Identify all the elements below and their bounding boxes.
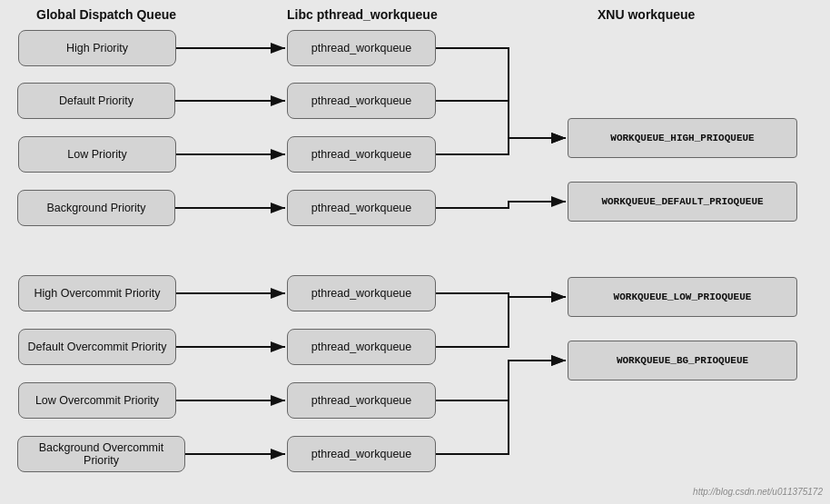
xnu-high: WORKQUEUE_HIGH_PRIOQUEUE (568, 118, 797, 158)
box-default-overcommit: Default Overcommit Priority (18, 329, 176, 365)
pthread-wq-8: pthread_workqueue (287, 436, 436, 472)
box-low-priority: Low Priority (18, 136, 176, 173)
header-col2: Libc pthread_workqueue (287, 7, 438, 22)
box-low-overcommit: Low Overcommit Priority (18, 382, 176, 419)
pthread-wq-3: pthread_workqueue (287, 136, 436, 173)
header-col3: XNU workqueue (598, 7, 695, 22)
xnu-default: WORKQUEUE_DEFAULT_PRIOQUEUE (568, 182, 797, 222)
pthread-wq-6: pthread_workqueue (287, 329, 436, 365)
xnu-low: WORKQUEUE_LOW_PRIOQUEUE (568, 277, 797, 317)
pthread-wq-5: pthread_workqueue (287, 275, 436, 311)
box-default-priority: Default Priority (17, 83, 175, 119)
box-high-overcommit: High Overcommit Priority (18, 275, 176, 311)
pthread-wq-1: pthread_workqueue (287, 30, 436, 66)
xnu-bg: WORKQUEUE_BG_PRIOQUEUE (568, 341, 797, 380)
header-col1: Global Dispatch Queue (36, 7, 176, 22)
arrows-svg (0, 0, 830, 504)
watermark: http://blog.csdn.net/u011375172 (693, 487, 823, 497)
box-background-overcommit: Background Overcommit Priority (17, 436, 185, 472)
box-high-priority: High Priority (18, 30, 176, 66)
diagram-container: Global Dispatch Queue Libc pthread_workq… (0, 0, 830, 504)
pthread-wq-4: pthread_workqueue (287, 190, 436, 226)
pthread-wq-2: pthread_workqueue (287, 83, 436, 119)
box-background-priority: Background Priority (17, 190, 175, 226)
pthread-wq-7: pthread_workqueue (287, 382, 436, 419)
